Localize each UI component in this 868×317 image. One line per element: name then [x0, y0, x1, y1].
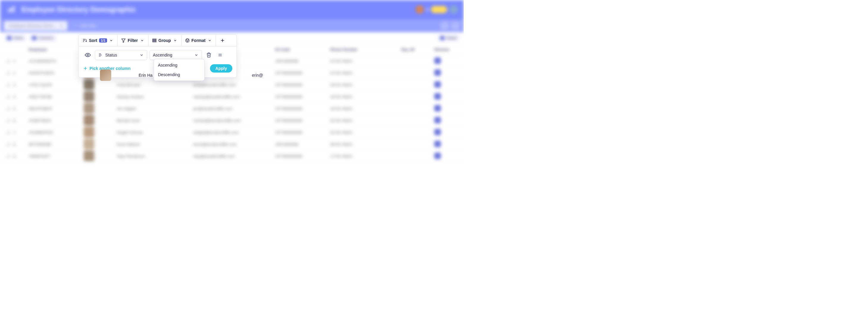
- svg-point-11: [87, 55, 89, 56]
- add-view-label: Add View: [80, 24, 96, 28]
- sort-label: Sort: [89, 38, 97, 43]
- chevron-down-icon: [207, 38, 212, 43]
- col-header-employee: Employee: [29, 47, 47, 52]
- chevron-down-icon: [173, 38, 178, 43]
- avatar-thumb: [100, 70, 111, 81]
- columns-pill[interactable]: Columns: [29, 34, 56, 41]
- svg-point-10: [187, 41, 188, 42]
- visibility-toggle[interactable]: [83, 50, 93, 60]
- drag-icon: [218, 53, 222, 57]
- table-row[interactable]: ▢ 7 GOW8EPR2E Dwight Schrute dwight@dund…: [0, 127, 464, 138]
- svg-rect-6: [153, 41, 156, 42]
- drag-handle[interactable]: [216, 50, 225, 60]
- add-button[interactable]: [216, 35, 229, 46]
- blurred-background: Employee Directory Demographic 3 Employe…: [0, 0, 464, 168]
- col-header-dayoff: Day off: [401, 47, 414, 52]
- svg-point-8: [186, 40, 187, 40]
- row-name-fragment: Erin Ha: [138, 73, 153, 77]
- table-row[interactable]: ▢ 9 TMNIPN2FT Toby Flenderson toby@dunde…: [0, 151, 464, 162]
- data-toolbar: Sort 1/1 Filter Group Format: [79, 34, 237, 46]
- active-tab-label: Employee Directory Demo…: [8, 24, 57, 28]
- document-title: Employee Directory Demographic: [22, 5, 136, 14]
- status-column-icon: [98, 53, 103, 57]
- chevron-down-icon: [140, 38, 145, 43]
- filter-label: Filter: [128, 38, 138, 43]
- sort-column-value: Status: [105, 53, 117, 57]
- delete-sort-button[interactable]: [204, 50, 213, 60]
- chevron-down-icon: [109, 38, 114, 43]
- group-label: Group: [159, 38, 171, 43]
- share-pill[interactable]: Share: [437, 34, 460, 41]
- svg-rect-2: [13, 6, 14, 12]
- svg-marker-3: [122, 39, 125, 42]
- app-topbar: Employee Directory Demographic 3: [0, 0, 464, 19]
- group-icon: [152, 38, 157, 43]
- col-header-division: Division: [434, 47, 450, 52]
- svg-point-9: [188, 40, 188, 40]
- sort-icon: [83, 38, 87, 43]
- svg-rect-1: [11, 7, 12, 12]
- add-view-tab[interactable]: ＋ Add View: [70, 21, 100, 31]
- filter-icon: [121, 38, 126, 43]
- table-row[interactable]: ▢ 6 GO8D7902N Michael Scott michael@dund…: [0, 115, 464, 127]
- sort-button[interactable]: Sort 1/1: [79, 35, 118, 46]
- active-tab[interactable]: Employee Directory Demo… ✕: [4, 21, 67, 30]
- svg-rect-5: [153, 40, 156, 41]
- format-button[interactable]: Format: [182, 35, 216, 46]
- plus-icon: [220, 38, 225, 43]
- group-button[interactable]: Group: [149, 35, 182, 46]
- toolbar-button-a[interactable]: [440, 22, 449, 30]
- filter-button[interactable]: Filter: [118, 35, 148, 46]
- table-row[interactable]: ▢ 4 ARQTT9FNB Stanley Hudson stanley@dun…: [0, 91, 464, 103]
- col-header-idcode: ID Code: [275, 47, 290, 52]
- chevron-down-icon: [194, 53, 199, 57]
- tabs-bar: Employee Directory Demo… ✕ ＋ Add View: [0, 19, 464, 32]
- format-label: Format: [192, 38, 206, 43]
- sort-option-ascending[interactable]: Ascending: [154, 60, 204, 70]
- table-row[interactable]: ▢ 5 MSHTFN8CP Jim Halpert jim@dundermiff…: [0, 103, 464, 115]
- toolbar-button-b[interactable]: [451, 22, 460, 30]
- chevron-down-icon: [139, 53, 144, 57]
- col-header-phone: Phone Number: [330, 47, 358, 52]
- sort-count-badge: 1/1: [99, 38, 107, 42]
- table-row[interactable]: ▢ 3 UTEC7QAP6 Andy Bernard andy@dundermi…: [0, 79, 464, 91]
- eye-icon: [85, 52, 91, 58]
- row-email-fragment: erin@: [252, 73, 263, 77]
- app-logo: [6, 4, 17, 15]
- visible-data-row: Erin Ha erin@: [100, 70, 263, 81]
- format-icon: [185, 38, 190, 43]
- trash-icon: [206, 52, 212, 58]
- plus-icon: [83, 66, 88, 71]
- sort-direction-select[interactable]: Ascending: [150, 50, 202, 60]
- views-pill[interactable]: Views: [4, 34, 26, 41]
- sort-direction-value: Ascending: [153, 53, 172, 57]
- svg-rect-4: [153, 39, 156, 40]
- sort-column-select[interactable]: Status: [95, 50, 147, 60]
- table-row[interactable]: ▢ 8 MFTERE5BF Kevin Malone kevin@dunderm…: [0, 138, 464, 151]
- presence-avatars: 3: [415, 5, 458, 14]
- svg-rect-0: [8, 9, 10, 12]
